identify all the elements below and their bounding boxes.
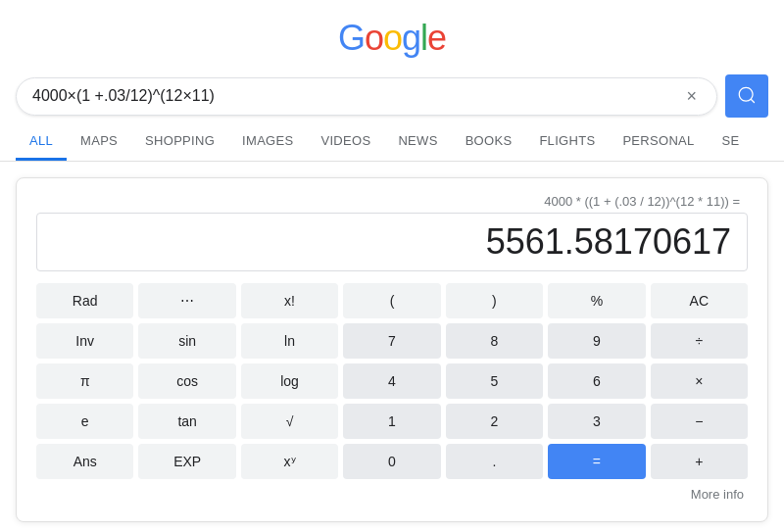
search-icon bbox=[737, 85, 757, 108]
calc-btn--14[interactable]: π bbox=[36, 363, 133, 399]
logo-letter-l: l bbox=[420, 18, 427, 58]
calc-btn--4[interactable]: ) bbox=[446, 283, 543, 318]
header: Google bbox=[0, 0, 784, 69]
calc-btn-5-18[interactable]: 5 bbox=[446, 363, 543, 399]
search-clear-button[interactable]: × bbox=[682, 86, 701, 107]
calc-btn--34[interactable]: + bbox=[651, 444, 748, 479]
calc-btn-7-10[interactable]: 7 bbox=[343, 323, 440, 359]
calc-btn-log-16[interactable]: log bbox=[241, 363, 338, 399]
tab-videos[interactable]: VIDEOS bbox=[307, 123, 384, 161]
calc-btn--5[interactable]: % bbox=[548, 283, 645, 318]
logo-letter-o1: o bbox=[365, 18, 383, 58]
calc-btn--27[interactable]: − bbox=[651, 404, 748, 439]
calc-expression: 4000 * ((1 + (.03 / 12))^(12 * 11)) = bbox=[36, 194, 748, 209]
calc-btn-cos-15[interactable]: cos bbox=[138, 363, 235, 399]
tab-all[interactable]: ALL bbox=[16, 123, 67, 161]
logo-letter-o2: o bbox=[383, 18, 402, 58]
calc-btn-x-2[interactable]: x! bbox=[241, 283, 338, 318]
calc-result: 5561.58170617 bbox=[36, 213, 748, 271]
calc-btn--32[interactable]: . bbox=[446, 444, 543, 479]
more-info-link[interactable]: More info bbox=[36, 479, 748, 502]
tab-shopping[interactable]: SHOPPING bbox=[131, 123, 228, 161]
calc-btn-ln-9[interactable]: ln bbox=[241, 323, 338, 359]
calc-btn-x-30[interactable]: xʸ bbox=[241, 444, 338, 479]
search-bar-container: 4000×(1 +.03/12)^(12×11) × bbox=[0, 69, 784, 123]
calc-btn-Inv-7[interactable]: Inv bbox=[36, 323, 133, 359]
tab-news[interactable]: NEWS bbox=[384, 123, 451, 161]
calc-btn--23[interactable]: √ bbox=[241, 404, 338, 439]
tab-maps[interactable]: MAPS bbox=[67, 123, 131, 161]
tab-flights[interactable]: FLIGHTS bbox=[525, 123, 609, 161]
google-logo: Google bbox=[338, 18, 446, 59]
calc-btn-EXP-29[interactable]: EXP bbox=[138, 444, 235, 479]
calc-btn--3[interactable]: ( bbox=[343, 283, 440, 318]
search-submit-button[interactable] bbox=[725, 74, 768, 118]
calc-btn-1-24[interactable]: 1 bbox=[343, 404, 440, 439]
tab-books[interactable]: BOOKS bbox=[452, 123, 526, 161]
search-bar: 4000×(1 +.03/12)^(12×11) × bbox=[16, 77, 717, 116]
calc-btn-Ans-28[interactable]: Ans bbox=[36, 444, 133, 479]
calc-btn-9-12[interactable]: 9 bbox=[548, 323, 645, 359]
calc-btn-e-21[interactable]: e bbox=[36, 404, 133, 439]
calc-btn-tan-22[interactable]: tan bbox=[138, 404, 235, 439]
calc-btn--20[interactable]: × bbox=[651, 363, 748, 399]
calc-btn-2-25[interactable]: 2 bbox=[446, 404, 543, 439]
logo-letter-e: e bbox=[427, 18, 446, 58]
calc-btn-8-11[interactable]: 8 bbox=[446, 323, 543, 359]
calc-btn-Rad-0[interactable]: Rad bbox=[36, 283, 133, 318]
calc-btn-AC-6[interactable]: AC bbox=[651, 283, 748, 318]
calc-btn--1[interactable]: ⋯ bbox=[138, 283, 235, 318]
calc-btn--33[interactable]: = bbox=[548, 444, 645, 479]
tab-personal[interactable]: PERSONAL bbox=[609, 123, 708, 161]
tab-images[interactable]: IMAGES bbox=[228, 123, 307, 161]
calc-button-grid: Rad⋯x!()%ACInvsinln789÷πcoslog456×etan√1… bbox=[36, 283, 748, 479]
calc-btn-0-31[interactable]: 0 bbox=[343, 444, 440, 479]
logo-letter-g2: g bbox=[402, 18, 420, 58]
search-query-text: 4000×(1 +.03/12)^(12×11) bbox=[32, 87, 215, 105]
calc-btn--13[interactable]: ÷ bbox=[651, 323, 748, 359]
calc-btn-6-19[interactable]: 6 bbox=[548, 363, 645, 399]
calc-btn-3-26[interactable]: 3 bbox=[548, 404, 645, 439]
nav-tabs: ALL MAPS SHOPPING IMAGES VIDEOS NEWS BOO… bbox=[0, 123, 784, 162]
calculator-card: 4000 * ((1 + (.03 / 12))^(12 * 11)) = 55… bbox=[16, 177, 768, 522]
logo-letter-g1: G bbox=[338, 18, 365, 58]
calc-btn-4-17[interactable]: 4 bbox=[343, 363, 440, 399]
calc-btn-sin-8[interactable]: sin bbox=[138, 323, 235, 359]
tab-se[interactable]: SE bbox=[709, 123, 754, 161]
